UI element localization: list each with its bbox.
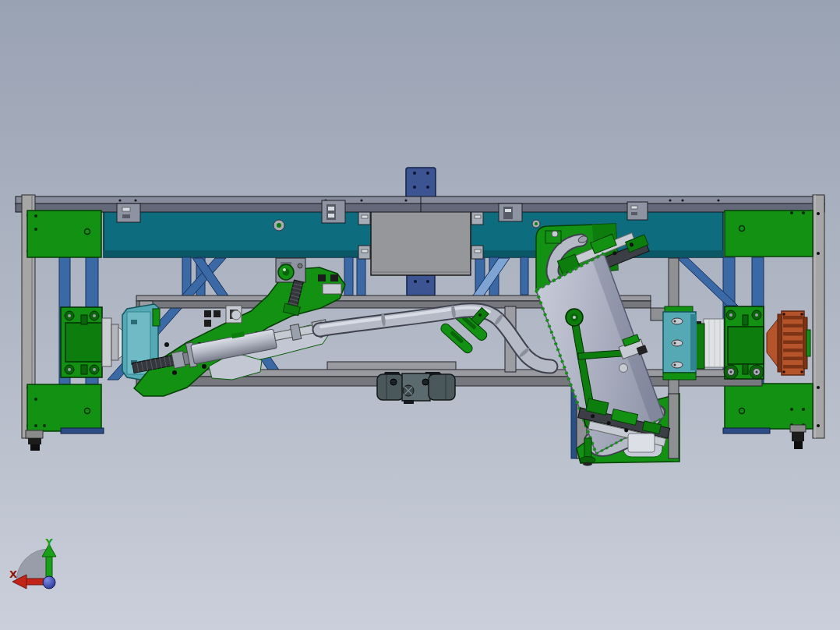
leveling-foot — [26, 430, 43, 451]
z-axis-knob — [43, 576, 55, 589]
motor — [767, 311, 810, 375]
center-mount-plate — [358, 204, 483, 275]
cad-viewport[interactable]: X Y — [0, 0, 840, 630]
orientation-triad: X Y — [9, 536, 56, 589]
model-canvas[interactable]: X Y — [0, 0, 840, 630]
x-axis-label: X — [9, 568, 17, 580]
leveling-foot — [790, 425, 806, 449]
rail-clip — [627, 202, 648, 220]
top-mount-plate — [406, 168, 436, 199]
tilted-panel-fixture — [536, 223, 679, 465]
rail-clip — [499, 204, 522, 221]
right-drive-unit — [693, 306, 810, 379]
bottom-clamp-block — [377, 372, 455, 404]
right-chuck — [663, 306, 704, 380]
bottom-mount-plate — [407, 275, 435, 296]
rail-clip — [117, 204, 140, 222]
y-axis-label: Y — [44, 536, 53, 548]
rail-clip — [322, 200, 345, 223]
